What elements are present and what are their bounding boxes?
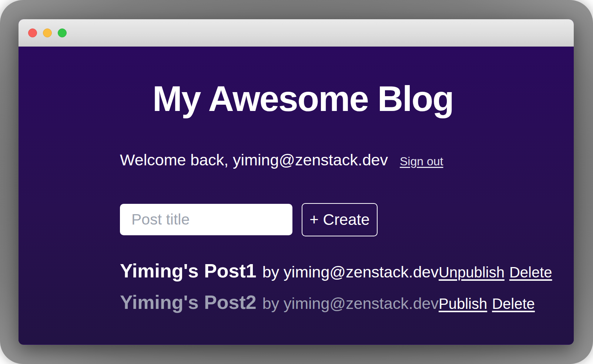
app-window: My Awesome Blog Welcome back, yiming@zen… <box>19 19 574 345</box>
post-actions: Publish Delete <box>439 296 535 312</box>
unpublish-link[interactable]: Unpublish <box>439 264 505 281</box>
page-background: My Awesome Blog Welcome back, yiming@zen… <box>19 47 574 344</box>
delete-link[interactable]: Delete <box>492 296 535 312</box>
post-info: Yiming's Post2 by yiming@zenstack.dev <box>120 291 439 313</box>
post-author: by yiming@zenstack.dev <box>262 263 439 281</box>
publish-link[interactable]: Publish <box>439 296 487 312</box>
post-title-input[interactable] <box>120 204 292 235</box>
sign-out-link[interactable]: Sign out <box>400 155 443 168</box>
create-post-form: + Create <box>120 203 491 236</box>
delete-link[interactable]: Delete <box>509 264 552 281</box>
minimize-button[interactable] <box>43 28 52 37</box>
create-post-button[interactable]: + Create <box>302 203 378 236</box>
zoom-button[interactable] <box>58 28 67 37</box>
welcome-message: Welcome back, yiming@zenstack.dev <box>120 151 388 169</box>
page-title: My Awesome Blog <box>120 79 486 118</box>
post-title: Yiming's Post2 <box>120 291 257 313</box>
post-author: by yiming@zenstack.dev <box>262 294 439 313</box>
close-button[interactable] <box>28 28 37 37</box>
post-actions: Unpublish Delete <box>439 264 552 281</box>
post-list: Yiming's Post1 by yiming@zenstack.dev Un… <box>120 260 491 313</box>
session-row: Welcome back, yiming@zenstack.dev Sign o… <box>120 151 491 169</box>
post-row: Yiming's Post1 by yiming@zenstack.dev Un… <box>120 260 491 282</box>
post-info: Yiming's Post1 by yiming@zenstack.dev <box>120 260 439 282</box>
content-container: My Awesome Blog Welcome back, yiming@zen… <box>120 47 491 313</box>
window-titlebar[interactable] <box>19 19 574 47</box>
screenshot-canvas: My Awesome Blog Welcome back, yiming@zen… <box>0 0 593 364</box>
post-title: Yiming's Post1 <box>120 260 257 282</box>
post-row: Yiming's Post2 by yiming@zenstack.dev Pu… <box>120 291 491 313</box>
